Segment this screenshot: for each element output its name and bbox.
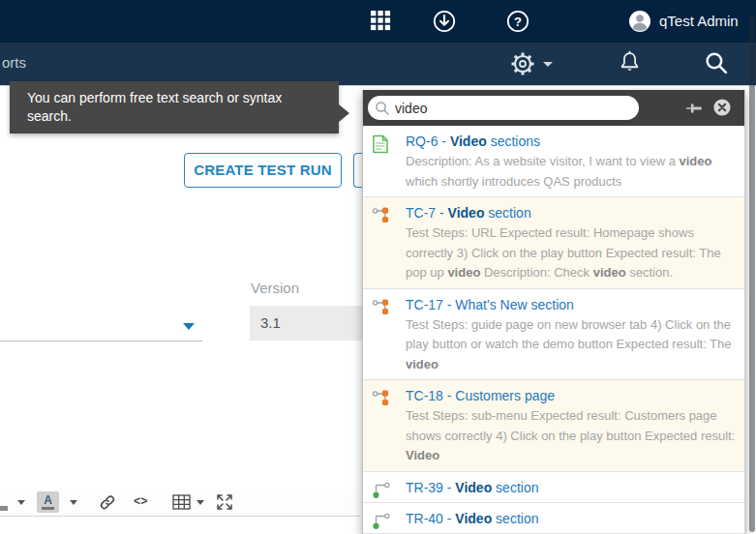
- maximize-icon[interactable]: [216, 490, 233, 515]
- result-snippet: Test Steps: URL Expected result: Homepag…: [406, 223, 737, 283]
- result-link[interactable]: RQ-6 - Video sections: [406, 133, 737, 151]
- testcase-icon: [372, 206, 391, 225]
- result-snippet: Test Steps: guide page on new browser ta…: [406, 315, 737, 375]
- user-avatar-icon[interactable]: [627, 9, 652, 38]
- result-link[interactable]: TR-39 - Video section: [406, 479, 737, 497]
- user-name[interactable]: qTest Admin: [659, 13, 739, 29]
- global-search-icon[interactable]: [704, 50, 730, 80]
- search-result-row[interactable]: TC-18 - Customers pageTest Steps: sub-me…: [363, 380, 744, 472]
- result-link[interactable]: TC-7 - Video section: [406, 204, 737, 222]
- search-input[interactable]: [393, 97, 634, 120]
- search-results-list: RQ-6 - Video sectionsDescription: As a w…: [363, 126, 744, 534]
- pin-icon[interactable]: [684, 99, 704, 122]
- svg-text:?: ?: [514, 15, 522, 29]
- qtest-app-window: ? qTest Admin orts: [0, 0, 756, 534]
- search-input-pill[interactable]: [368, 96, 639, 120]
- testrun-icon: [372, 512, 391, 531]
- tooltip-arrow: [339, 104, 349, 122]
- testrun-icon: [372, 481, 391, 500]
- version-label: Version: [251, 280, 299, 296]
- search-results-panel: RQ-6 - Video sectionsDescription: As a w…: [362, 90, 745, 534]
- toolbar-caret-icon[interactable]: [17, 500, 25, 505]
- create-test-run-button[interactable]: CREATE TEST RUN: [184, 153, 342, 188]
- testcase-icon: [372, 389, 391, 408]
- text-color-button[interactable]: A: [37, 491, 59, 513]
- toolbar-caret-icon[interactable]: [197, 500, 204, 505]
- rich-text-editor-toolbar: A <>: [0, 490, 360, 517]
- text-color-label: A: [44, 494, 52, 506]
- notifications-bell-icon[interactable]: [617, 49, 643, 80]
- search-tooltip: You can perform free text search or synt…: [10, 81, 339, 134]
- testcase-icon: [372, 298, 391, 317]
- project-nav-bar: orts: [0, 43, 756, 86]
- result-snippet: Test Steps: sub-menu Expected result: Cu…: [406, 406, 737, 466]
- table-icon[interactable]: [172, 490, 192, 515]
- result-snippet: Description: As a website visitor, I wan…: [406, 152, 737, 192]
- search-result-row[interactable]: TC-17 - What's New sectionTest Steps: gu…: [363, 289, 744, 381]
- settings-caret-icon[interactable]: [543, 62, 553, 67]
- link-icon[interactable]: [97, 490, 118, 515]
- settings-gear-icon[interactable]: [509, 50, 536, 81]
- tooltip-text: You can perform free text search or synt…: [27, 90, 282, 124]
- close-icon[interactable]: [712, 98, 732, 121]
- app-grid-icon[interactable]: [371, 11, 392, 36]
- vertical-scrollbar[interactable]: [749, 14, 755, 532]
- search-panel-header: [363, 90, 744, 126]
- search-icon: [375, 101, 390, 120]
- result-link[interactable]: TC-17 - What's New section: [406, 296, 737, 314]
- download-icon[interactable]: [432, 9, 457, 38]
- version-value-field: 3.1: [250, 306, 366, 341]
- result-link[interactable]: TR-40 - Video section: [406, 510, 737, 528]
- dropdown-caret-icon[interactable]: [183, 323, 195, 330]
- breadcrumb[interactable]: orts: [2, 54, 26, 71]
- top-app-bar: ? qTest Admin: [0, 0, 756, 43]
- requirement-icon: [372, 134, 391, 154]
- search-result-row[interactable]: RQ-6 - Video sectionsDescription: As a w…: [363, 126, 744, 197]
- result-link[interactable]: TC-18 - Customers page: [406, 387, 737, 405]
- source-code-icon[interactable]: <>: [134, 490, 147, 515]
- dropdown-underline: [0, 341, 202, 341]
- search-result-row[interactable]: TC-7 - Video sectionTest Steps: URL Expe…: [363, 197, 744, 289]
- search-result-row[interactable]: TR-39 - Video section: [363, 472, 744, 503]
- clipped-toolbar-icon: [0, 506, 8, 511]
- help-icon[interactable]: ?: [505, 9, 530, 38]
- text-color-bar: [42, 507, 54, 510]
- toolbar-caret-icon[interactable]: [70, 500, 77, 505]
- search-result-row[interactable]: TR-40 - Video section: [363, 503, 744, 534]
